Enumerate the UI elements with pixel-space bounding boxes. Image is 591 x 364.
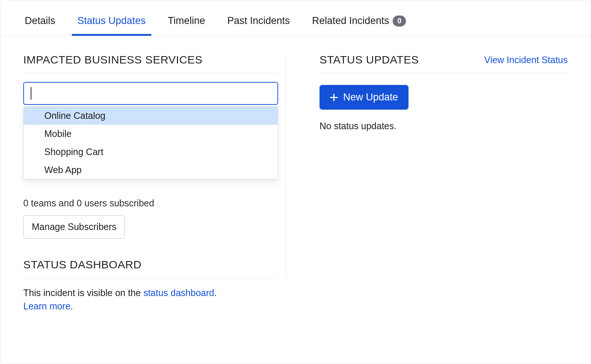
tab-status-updates[interactable]: Status Updates: [76, 11, 147, 35]
vertical-divider: [286, 54, 286, 278]
option-mobile[interactable]: Mobile: [24, 125, 278, 143]
status-dashboard-link[interactable]: status dashboard: [143, 288, 214, 298]
related-incidents-count-badge: 0: [393, 16, 406, 27]
status-updates-heading: STATUS UPDATES: [320, 54, 419, 66]
text-caret: [31, 87, 31, 100]
option-shopping-cart[interactable]: Shopping Cart: [24, 143, 278, 161]
impacted-services-combobox: Online Catalog Mobile Shopping Cart Web …: [23, 82, 278, 105]
plus-icon: [330, 93, 338, 102]
status-updates-empty-text: No status updates.: [320, 121, 568, 131]
status-dashboard-text: This incident is visible on the status d…: [23, 286, 278, 313]
tab-related-incidents-label: Related Incidents: [312, 15, 389, 27]
tab-timeline[interactable]: Timeline: [166, 11, 206, 35]
status-dashboard-heading: STATUS DASHBOARD: [23, 258, 278, 278]
impacted-services-input[interactable]: [23, 82, 278, 105]
impacted-services-dropdown: Online Catalog Mobile Shopping Cart Web …: [23, 106, 278, 179]
new-update-label: New Update: [343, 92, 398, 103]
option-web-app[interactable]: Web App: [24, 161, 278, 179]
manage-subscribers-button[interactable]: Manage Subscribers: [23, 215, 125, 238]
left-column: IMPACTED BUSINESS SERVICES Online Catalo…: [23, 54, 278, 313]
subscribers-summary: 0 teams and 0 users subscribed: [23, 198, 278, 209]
tab-past-incidents[interactable]: Past Incidents: [226, 11, 291, 35]
dashboard-text-pre: This incident is visible on the: [23, 288, 143, 298]
learn-more-link[interactable]: Learn more.: [23, 301, 73, 311]
tab-bar: Details Status Updates Timeline Past Inc…: [0, 0, 591, 36]
new-update-button[interactable]: New Update: [320, 85, 409, 110]
impacted-services-heading: IMPACTED BUSINESS SERVICES: [23, 54, 278, 73]
tab-details[interactable]: Details: [23, 11, 57, 35]
app-frame: Details Status Updates Timeline Past Inc…: [0, 0, 591, 364]
content-area: IMPACTED BUSINESS SERVICES Online Catalo…: [0, 36, 591, 322]
dashboard-text-post: .: [214, 288, 217, 298]
tab-related-incidents[interactable]: Related Incidents 0: [311, 11, 408, 35]
view-incident-status-link[interactable]: View Incident Status: [484, 55, 568, 65]
option-online-catalog[interactable]: Online Catalog: [24, 107, 278, 125]
right-column: STATUS UPDATES View Incident Status New …: [278, 54, 568, 313]
